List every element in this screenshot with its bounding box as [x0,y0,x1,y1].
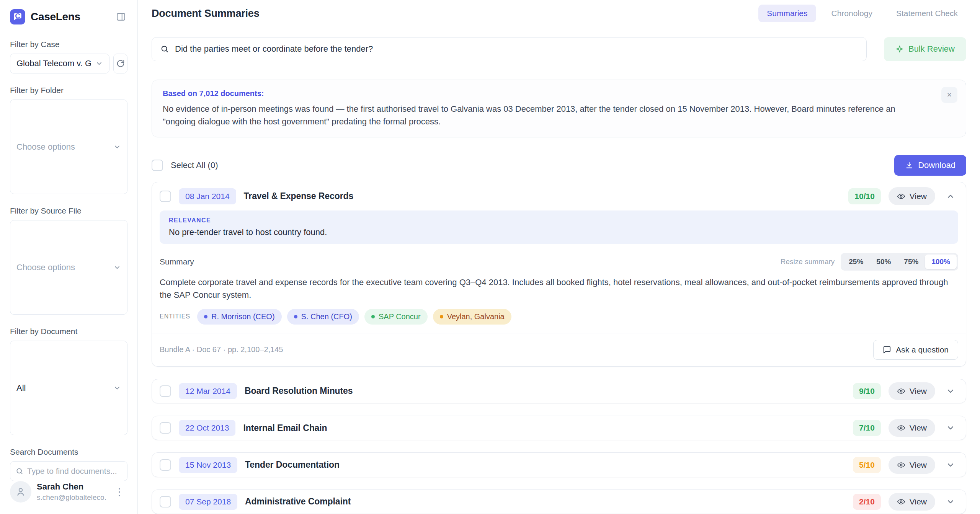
user-menu-button[interactable]: ⋮ [111,484,127,500]
entity-dot-icon [371,315,375,318]
entity-pill[interactable]: SAP Concur [364,309,428,325]
entity-pill[interactable]: Veylan, Galvania [433,309,511,325]
expand-chevron-button[interactable] [943,420,958,436]
filter-case-label: Filter by Case [10,40,127,49]
relevance-label: RELEVANCE [169,217,949,224]
view-tabs: Summaries Chronology Statement Check [758,5,966,22]
case-select-value: Global Telecom v. G [16,59,91,69]
document-row: 22 Oct 2013 Internal Email Chain 7/10 Vi… [152,416,966,440]
ask-question-button[interactable]: Ask a question [873,340,958,360]
download-button[interactable]: Download [894,155,966,176]
view-button[interactable]: View [889,456,935,474]
answer-body: No evidence of in-person meetings was fo… [163,103,924,128]
list-toolbar: Select All (0) Download [152,155,966,176]
filter-folder-label: Filter by Folder [10,86,127,95]
caselens-logo-icon: C [10,9,25,24]
relevance-box: RELEVANCE No pre-tender travel to host c… [160,210,958,244]
resize-option-50[interactable]: 50% [870,255,897,269]
summary-text: Complete corporate travel and expense re… [160,276,958,301]
select-all-checkbox[interactable] [152,160,163,171]
resize-option-25[interactable]: 25% [842,255,870,269]
kebab-icon: ⋮ [114,486,124,498]
view-button[interactable]: View [889,382,935,400]
summary-label: Summary [160,257,194,266]
entity-dot-icon [204,315,207,318]
query-input[interactable] [175,44,858,54]
tab-statement-check[interactable]: Statement Check [888,5,966,22]
user-email: s.chen@globalteleco... [37,493,106,502]
person-icon [15,486,26,497]
row-checkbox[interactable] [160,459,171,471]
row-checkbox[interactable] [160,385,171,397]
entity-pill[interactable]: S. Chen (CFO) [287,309,359,325]
entity-dot-icon [294,315,297,318]
doc-title: Travel & Expense Records [244,191,354,201]
case-select[interactable]: Global Telecom v. G [10,54,109,73]
doc-title: Internal Email Chain [243,423,327,433]
doc-title: Tender Documentation [245,460,340,470]
folder-select[interactable]: Choose options [10,100,127,194]
entity-pill[interactable]: R. Morrison (CEO) [197,309,282,325]
resize-segmented-control: 25% 50% 75% 100% [841,253,958,271]
page-header: Document Summaries Summaries Chronology … [152,5,966,23]
answer-summary-box: Based on 7,012 documents: No evidence of… [152,80,966,137]
document-card-expanded: 08 Jan 2014 Travel & Expense Records 10/… [152,182,966,367]
resize-summary-control: Resize summary 25% 50% 75% 100% [781,253,958,271]
brand: C CaseLens [10,9,127,24]
app-name: CaseLens [31,11,80,23]
view-button[interactable]: View [889,493,935,511]
page-title: Document Summaries [152,8,259,20]
expand-chevron-button[interactable] [943,457,958,473]
relevance-score-badge: 10/10 [848,188,881,204]
chevron-down-icon [946,460,955,470]
filter-document-label: Filter by Document [10,327,127,336]
doc-date-badge: 15 Nov 2013 [179,457,237,473]
user-name: Sarah Chen [37,482,106,492]
expand-chevron-button[interactable] [943,383,958,399]
folder-select-placeholder: Choose options [16,142,109,152]
source-file-select[interactable]: Choose options [10,220,127,315]
query-search-box [152,37,867,61]
view-button[interactable]: View [889,187,935,205]
chevron-down-icon [946,497,955,506]
panel-collapse-icon [116,12,126,22]
filter-source-label: Filter by Source File [10,206,127,215]
user-profile[interactable]: Sarah Chen s.chen@globalteleco... ⋮ [10,481,127,503]
collapse-chevron-button[interactable] [943,189,958,204]
doc-date-badge: 08 Jan 2014 [179,188,236,204]
doc-date-badge: 07 Sep 2018 [179,494,237,510]
close-answer-button[interactable]: × [941,87,957,103]
source-file-select-placeholder: Choose options [16,263,109,273]
answer-heading: Based on 7,012 documents: [163,89,924,98]
bulk-review-button[interactable]: Bulk Review [884,37,966,61]
document-row: 15 Nov 2013 Tender Documentation 5/10 Vi… [152,452,966,477]
resize-option-75[interactable]: 75% [897,255,925,269]
view-button[interactable]: View [889,419,935,437]
doc-date-badge: 12 Mar 2014 [179,383,237,399]
document-type-select[interactable]: All [10,341,127,435]
sidebar: C CaseLens Filter by Case Global Telecom… [0,0,138,514]
row-checkbox[interactable] [160,422,171,434]
tab-chronology[interactable]: Chronology [823,5,881,22]
document-search-input[interactable] [27,467,122,476]
sidebar-collapse-button[interactable] [114,10,127,23]
document-type-value: All [16,383,109,393]
resize-option-100[interactable]: 100% [925,255,957,269]
eye-icon [897,498,905,506]
eye-icon [897,192,905,201]
avatar [10,481,31,503]
sparkle-icon [895,45,904,53]
relevance-score-badge: 9/10 [853,383,881,399]
search-icon [160,45,169,53]
row-checkbox[interactable] [160,496,171,507]
expand-chevron-button[interactable] [943,494,958,509]
refresh-case-button[interactable] [113,54,127,73]
chevron-down-icon [113,143,121,151]
close-icon: × [947,90,952,100]
relevance-score-badge: 7/10 [853,420,881,436]
chevron-down-icon [113,264,121,271]
entities-row: ENTITIES R. Morrison (CEO) S. Chen (CFO)… [160,309,958,325]
tab-summaries[interactable]: Summaries [758,5,816,22]
chevron-up-icon [946,192,955,201]
row-checkbox[interactable] [160,191,171,202]
